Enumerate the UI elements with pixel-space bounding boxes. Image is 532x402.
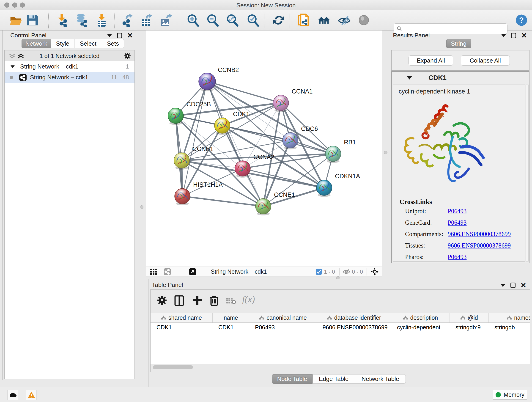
tab-edge-table[interactable]: Edge Table — [312, 374, 355, 384]
node-label-CCNE1: CCNE1 — [274, 191, 295, 198]
table-cell[interactable]: CDK1 — [212, 323, 249, 332]
birds-eye-pan-icon[interactable] — [371, 268, 379, 276]
zoom-in-icon[interactable] — [186, 13, 200, 27]
results-panel-title: Results Panel — [393, 32, 430, 39]
table-hscrollbar[interactable] — [153, 365, 193, 369]
warning-status-button[interactable] — [26, 390, 36, 400]
tab-style[interactable]: Style — [51, 39, 74, 48]
tab-string[interactable]: String — [446, 39, 471, 48]
column-header-canonicalname[interactable]: canonical name — [249, 313, 317, 322]
share-view-icon[interactable] — [164, 268, 171, 275]
node-table[interactable]: shared namenamecanonical namedatabase id… — [151, 313, 530, 332]
right-splitter-grip[interactable] — [384, 151, 387, 154]
memory-button[interactable]: Memory — [493, 390, 527, 400]
node-label-CDKN1A: CDKN1A — [335, 173, 360, 180]
node-RB1[interactable]: RB1 — [325, 139, 356, 163]
node-label-CDC6: CDC6 — [301, 125, 318, 132]
crosslink-link[interactable]: 9606.ENSP00000378699 — [448, 230, 511, 238]
edge-CCNA2-CDKN1A — [243, 168, 324, 188]
tab-network[interactable]: Network — [22, 39, 51, 48]
column-header-id[interactable]: @id — [450, 313, 488, 322]
toolbar-separator — [177, 12, 177, 28]
show-columns-icon[interactable] — [174, 295, 184, 306]
panel-float-icon[interactable] — [117, 33, 122, 38]
crosslink-row: Uniprot:P06493 — [405, 208, 520, 215]
import-network-icon[interactable] — [55, 13, 69, 27]
string-network-graph[interactable]: CCNB2CCNA1CDC25BCDK1CDC6RB1CCNB1CCNA2CDK… — [146, 31, 382, 267]
grid-view-icon[interactable] — [150, 269, 157, 275]
crosslink-link[interactable]: P06493 — [448, 254, 467, 261]
expand-all-button[interactable]: Expand All — [409, 56, 453, 65]
crosslink-link[interactable]: 9606.ENSP00000378699 — [448, 242, 511, 249]
tab-network-table[interactable]: Network Table — [355, 374, 406, 384]
panel-menu-icon[interactable] — [501, 34, 506, 37]
toolbar-separator — [290, 12, 290, 28]
table-box: f(x) shared namenamecanonical namedataba… — [150, 289, 530, 372]
table-row[interactable]: CDK1CDK1P064939606.ENSP00000378699cyclin… — [151, 323, 530, 332]
network-selection-status: 1 of 1 Network selected — [5, 53, 134, 59]
tree-expander-icon[interactable] — [11, 65, 15, 68]
column-header-name[interactable]: name — [212, 313, 249, 322]
table-cell[interactable]: CDK1 — [151, 323, 212, 332]
network-canvas[interactable]: CCNB2CCNA1CDC25BCDK1CDC6RB1CCNB1CCNA2CDK… — [146, 31, 382, 276]
save-session-icon[interactable] — [25, 13, 39, 27]
table-cell[interactable]: stringdb:9... — [450, 323, 488, 332]
left-splitter-grip[interactable] — [140, 205, 143, 209]
control-panel-title: Control Panel — [10, 32, 46, 39]
network-options-gear-icon[interactable] — [124, 52, 131, 59]
column-header-sharedname[interactable]: shared name — [151, 313, 212, 322]
zoom-out-icon[interactable] — [206, 13, 220, 27]
collection-label: String Network – cdk1 — [20, 63, 78, 70]
crosslink-link[interactable]: P06493 — [448, 208, 467, 215]
node-CDKN1A[interactable]: CDKN1A — [317, 173, 360, 197]
open-session-icon[interactable] — [9, 13, 23, 27]
refresh-view-icon[interactable] — [272, 13, 285, 27]
export-image-icon[interactable] — [159, 13, 173, 27]
collapse-all-button[interactable]: Collapse All — [461, 56, 510, 65]
show-all-eye-icon[interactable] — [357, 13, 371, 27]
zoom-fit-icon[interactable] — [225, 13, 239, 27]
tab-node-table[interactable]: Node Table — [272, 374, 312, 384]
import-table-icon[interactable] — [95, 13, 109, 27]
node-CCNA1[interactable]: CCNA1 — [273, 88, 313, 112]
homes-icon[interactable] — [317, 13, 331, 27]
edge-CCNB2-RB1 — [207, 81, 333, 154]
help-icon[interactable]: ? — [515, 14, 528, 27]
memory-label: Memory — [504, 391, 524, 398]
table-cell[interactable]: 9606.ENSP00000378699 — [317, 323, 391, 332]
detach-view-icon[interactable] — [189, 268, 196, 275]
crosslink-link[interactable]: P06493 — [448, 219, 467, 226]
column-header-databaseidentifier[interactable]: database identifier — [317, 313, 391, 322]
panel-menu-icon[interactable] — [107, 34, 112, 37]
edge-HIST1H1A-CCNE1 — [182, 196, 263, 206]
network-row[interactable]: String Network – cdk1 11 48 — [5, 72, 134, 83]
tab-sets[interactable]: Sets — [102, 39, 124, 48]
panel-float-icon[interactable] — [511, 33, 516, 38]
panel-close-icon[interactable]: ✕ — [521, 33, 527, 38]
export-network-icon[interactable] — [120, 13, 133, 27]
export-table-icon[interactable] — [139, 13, 153, 27]
panel-float-icon[interactable] — [510, 283, 515, 288]
hide-selected-eye-icon[interactable] — [337, 13, 351, 27]
network-collection-row[interactable]: String Network – cdk1 1 — [5, 61, 134, 72]
zoom-selected-icon[interactable] — [246, 13, 260, 27]
import-database-icon[interactable] — [75, 13, 89, 27]
results-scrollbar[interactable] — [526, 85, 529, 262]
column-header-namespace[interactable]: namespace — [488, 313, 530, 322]
panel-menu-icon[interactable] — [500, 284, 505, 287]
node-label-CCNB1: CCNB1 — [192, 146, 214, 153]
panel-close-icon[interactable]: ✕ — [127, 33, 133, 38]
tab-select[interactable]: Select — [74, 39, 102, 48]
table-cell[interactable]: P06493 — [249, 323, 317, 332]
delete-column-icon[interactable] — [210, 295, 219, 306]
table-cell[interactable]: cyclin-dependent ... — [391, 323, 450, 332]
table-settings-gear-icon[interactable] — [157, 295, 167, 305]
cloud-status-button[interactable] — [7, 390, 18, 400]
open-string-file-icon[interactable] — [297, 13, 311, 27]
table-cell[interactable]: stringdb — [488, 323, 530, 332]
gene-expander-icon[interactable] — [407, 76, 412, 80]
selected-checkbox-icon[interactable] — [316, 269, 322, 275]
column-header-description[interactable]: description — [391, 313, 450, 322]
add-column-icon[interactable] — [192, 295, 202, 305]
panel-close-icon[interactable]: ✕ — [520, 283, 526, 288]
